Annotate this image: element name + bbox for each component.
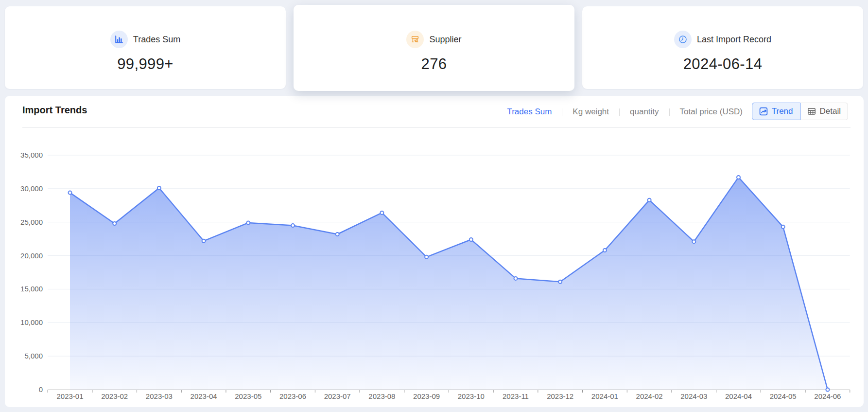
stat-card-trades-sum: Trades Sum 99,999+ xyxy=(5,6,286,89)
card-value: 2024-06-14 xyxy=(582,55,863,73)
x-axis-tick-label: 2023-09 xyxy=(413,392,440,400)
data-point[interactable] xyxy=(69,191,72,195)
x-axis-tick-label: 2024-01 xyxy=(591,392,618,400)
x-axis-tick-label: 2023-06 xyxy=(279,392,306,400)
y-axis-tick-label: 5,000 xyxy=(24,352,43,360)
trend-icon xyxy=(759,107,768,116)
series-area xyxy=(70,177,828,390)
trade-dashboard: Trades Sum 99,999+ Supplier 276 xyxy=(0,0,868,412)
x-axis-tick-label: 2023-01 xyxy=(56,392,83,400)
card-head: Trades Sum xyxy=(5,31,286,48)
bar-chart-icon xyxy=(110,31,128,48)
data-point[interactable] xyxy=(336,233,339,236)
data-point[interactable] xyxy=(781,225,785,229)
data-point[interactable] xyxy=(469,238,473,241)
x-axis-tick-label: 2023-11 xyxy=(503,392,529,400)
y-axis-tick-label: 30,000 xyxy=(20,184,43,193)
data-point[interactable] xyxy=(648,198,651,202)
data-point[interactable] xyxy=(425,255,428,259)
data-point[interactable] xyxy=(202,239,206,243)
stat-card-supplier: Supplier 276 xyxy=(294,5,574,91)
card-value: 276 xyxy=(294,55,574,73)
data-point[interactable] xyxy=(380,211,383,215)
x-axis-tick-label: 2023-03 xyxy=(146,392,173,400)
trend-area-chart[interactable]: 05,00010,00015,00020,00025,00030,00035,0… xyxy=(5,96,864,407)
y-axis-tick-label: 0 xyxy=(39,385,43,394)
data-point[interactable] xyxy=(514,277,518,280)
y-axis-tick-label: 10,000 xyxy=(20,318,43,326)
x-axis-tick-label: 2024-05 xyxy=(770,392,797,400)
x-axis-tick-label: 2023-12 xyxy=(547,392,573,400)
x-axis-tick-label: 2024-03 xyxy=(680,392,707,400)
storefront-icon xyxy=(406,31,424,48)
data-point[interactable] xyxy=(113,222,116,225)
y-axis-tick-label: 20,000 xyxy=(20,251,43,260)
card-label: Last Import Record xyxy=(697,35,771,45)
x-axis-tick-label: 2023-02 xyxy=(101,392,128,400)
x-axis-tick-label: 2024-06 xyxy=(814,392,841,400)
data-point[interactable] xyxy=(603,249,607,252)
clock-icon xyxy=(674,31,692,48)
x-axis-tick-label: 2023-08 xyxy=(368,392,395,400)
x-axis-tick-label: 2024-04 xyxy=(725,392,752,400)
x-axis-tick-label: 2023-10 xyxy=(458,392,485,400)
import-trends-panel: Import Trends Trades Sum Kg weight quant… xyxy=(5,96,864,407)
x-axis-tick-label: 2024-02 xyxy=(636,392,663,400)
card-label: Trades Sum xyxy=(133,35,180,45)
data-point[interactable] xyxy=(737,176,740,179)
x-axis-tick-label: 2023-07 xyxy=(324,392,351,400)
data-point[interactable] xyxy=(246,221,250,225)
trend-button-label: Trend xyxy=(772,107,793,116)
x-axis-tick-label: 2023-05 xyxy=(235,392,261,400)
card-value: 99,999+ xyxy=(5,55,286,73)
card-head: Last Import Record xyxy=(582,31,863,48)
y-axis-tick-label: 35,000 xyxy=(20,151,43,159)
data-point[interactable] xyxy=(291,224,295,227)
y-axis-tick-label: 15,000 xyxy=(20,285,43,293)
card-label: Supplier xyxy=(429,35,461,45)
data-point[interactable] xyxy=(692,240,695,243)
y-axis-tick-label: 25,000 xyxy=(20,218,43,226)
stat-card-last-import: Last Import Record 2024-06-14 xyxy=(582,6,863,89)
data-point[interactable] xyxy=(157,186,161,190)
card-head: Supplier xyxy=(294,31,574,48)
data-point[interactable] xyxy=(826,388,829,392)
data-point[interactable] xyxy=(558,280,562,284)
trend-button[interactable]: Trend xyxy=(752,103,800,120)
x-axis-tick-label: 2023-04 xyxy=(191,392,217,400)
